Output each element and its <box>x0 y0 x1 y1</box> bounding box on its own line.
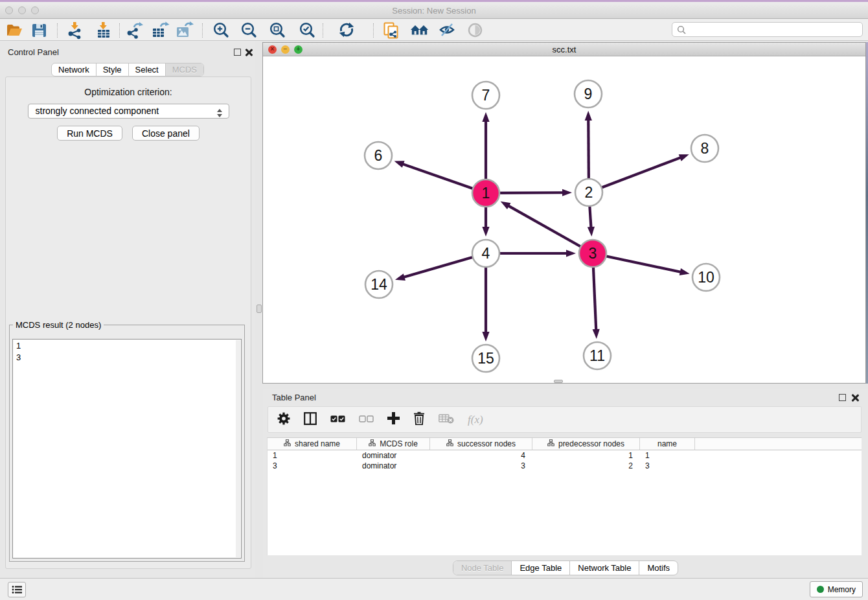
zoom-out-icon[interactable] <box>240 21 258 40</box>
export-network-icon[interactable] <box>125 21 143 40</box>
home-networks-icon[interactable] <box>409 21 428 40</box>
graph-node-15[interactable]: 15 <box>472 345 499 372</box>
svg-text:4: 4 <box>482 245 490 262</box>
tab-style[interactable]: Style <box>96 63 128 76</box>
graph-node-10[interactable]: 10 <box>692 264 720 291</box>
graph-node-6[interactable]: 6 <box>365 142 392 169</box>
column-header-shared-name[interactable]: shared name <box>268 438 357 450</box>
splitter-handle[interactable] <box>257 305 262 313</box>
run-mcds-button[interactable]: Run MCDS <box>57 126 122 141</box>
cell-predecessor-nodes[interactable]: 2 <box>532 461 640 471</box>
svg-text:1: 1 <box>482 185 490 202</box>
open-session-icon[interactable] <box>5 21 23 40</box>
zoom-selected-icon[interactable] <box>299 21 317 40</box>
cell-successor-nodes[interactable]: 4 <box>430 450 532 461</box>
cell-shared-name[interactable]: 1 <box>268 450 357 461</box>
cell-MCDS-role[interactable]: dominator <box>357 461 430 471</box>
window-titlebar: Session: New Session <box>0 2 868 19</box>
table-settings-icon[interactable] <box>277 412 290 428</box>
column-label: shared name <box>295 439 340 448</box>
table-row[interactable]: 1dominator411 <box>268 450 862 461</box>
tab-motifs[interactable]: Motifs <box>639 561 678 575</box>
edge-2-8[interactable] <box>589 154 689 192</box>
table-panel-float-icon[interactable] <box>839 394 846 401</box>
criterion-dropdown[interactable]: strongly connected component <box>28 104 229 119</box>
table-panel-close-icon[interactable] <box>851 394 859 402</box>
network-window-titlebar: × − + scc.txt <box>263 43 865 56</box>
network-window-title: scc.txt <box>263 45 865 54</box>
mcds-result-title: MCDS result (2 nodes) <box>13 320 104 330</box>
cell-predecessor-nodes[interactable]: 1 <box>532 450 640 461</box>
column-header-predecessor-nodes[interactable]: predecessor nodes <box>532 438 640 450</box>
tab-network[interactable]: Network <box>52 63 96 76</box>
refresh-icon[interactable] <box>338 21 356 40</box>
delete-table-icon[interactable] <box>439 413 454 426</box>
import-table-icon[interactable] <box>95 21 113 40</box>
graphics-details-icon[interactable] <box>466 21 485 40</box>
dropdown-chevrons-icon <box>217 108 222 121</box>
cell-successor-nodes[interactable]: 3 <box>430 461 532 471</box>
deselect-all-icon[interactable] <box>359 414 374 426</box>
edge-3-10[interactable] <box>593 253 690 275</box>
column-type-icon <box>547 439 554 448</box>
add-column-icon[interactable] <box>387 412 400 427</box>
graph-node-2[interactable]: 2 <box>575 179 602 206</box>
tab-node-table[interactable]: Node Table <box>453 561 512 575</box>
memory-label: Memory <box>828 585 856 594</box>
table-tabs: Node TableEdge TableNetwork TableMotifs <box>263 560 868 575</box>
zoom-fit-icon[interactable] <box>269 21 287 40</box>
search-input[interactable] <box>672 22 863 37</box>
cell-name[interactable]: 1 <box>640 450 695 461</box>
function-builder-icon[interactable]: f(x) <box>468 413 483 426</box>
edge-3-1[interactable] <box>501 202 593 253</box>
export-image-icon[interactable] <box>174 21 192 40</box>
table-header-row: shared nameMCDS rolesuccessor nodesprede… <box>268 438 862 450</box>
graph-node-11[interactable]: 11 <box>584 342 611 369</box>
delete-column-icon[interactable] <box>413 411 425 428</box>
memory-status-icon <box>817 586 824 593</box>
control-panel-close-icon[interactable] <box>245 49 253 56</box>
column-header-MCDS-role[interactable]: MCDS role <box>357 438 430 450</box>
edge-1-6[interactable] <box>394 161 486 193</box>
canvas-hscroll-handle[interactable] <box>554 380 563 383</box>
memory-button[interactable]: Memory <box>810 581 863 597</box>
table-panel: Table Panel f(x) shared nameMCDS rolesuc… <box>263 389 868 578</box>
select-all-icon[interactable] <box>330 414 345 426</box>
tab-mcds[interactable]: MCDS <box>165 63 203 76</box>
column-type-icon <box>284 439 291 448</box>
hide-details-icon[interactable] <box>438 21 456 40</box>
svg-text:7: 7 <box>482 87 490 104</box>
result-scrollbar[interactable] <box>236 340 240 557</box>
clone-network-icon[interactable] <box>382 21 400 40</box>
cell-shared-name[interactable]: 3 <box>268 461 357 471</box>
save-session-icon[interactable] <box>30 21 49 40</box>
close-panel-button[interactable]: Close panel <box>132 126 200 141</box>
network-canvas[interactable]: 7968124314101511 <box>263 56 865 383</box>
export-table-icon[interactable] <box>150 21 168 40</box>
table-panel-title: Table Panel <box>272 393 316 402</box>
tab-network-table[interactable]: Network Table <box>569 561 639 575</box>
graph-node-9[interactable]: 9 <box>575 80 602 108</box>
main-toolbar <box>0 19 868 41</box>
control-panel-float-icon[interactable] <box>234 49 241 56</box>
svg-text:8: 8 <box>701 140 709 157</box>
tab-select[interactable]: Select <box>128 63 165 76</box>
cell-MCDS-role[interactable]: dominator <box>357 450 430 461</box>
zoom-in-icon[interactable] <box>212 21 231 40</box>
tab-edge-table[interactable]: Edge Table <box>511 561 569 575</box>
graph-node-7[interactable]: 7 <box>472 82 499 109</box>
graph-node-1[interactable]: 1 <box>472 179 499 207</box>
graph-node-4[interactable]: 4 <box>472 240 499 267</box>
graph-node-8[interactable]: 8 <box>691 135 718 162</box>
task-history-button[interactable] <box>8 582 26 597</box>
cell-name[interactable]: 3 <box>640 461 695 471</box>
graph-node-14[interactable]: 14 <box>365 271 393 298</box>
table-columns-icon[interactable] <box>304 412 317 428</box>
column-header-name[interactable]: name <box>640 438 695 450</box>
table-row[interactable]: 3dominator323 <box>268 461 862 471</box>
graph-node-3[interactable]: 3 <box>579 240 606 267</box>
import-network-icon[interactable] <box>66 21 84 40</box>
column-header-successor-nodes[interactable]: successor nodes <box>430 438 532 450</box>
mcds-result-list[interactable]: 1 3 <box>12 339 242 559</box>
status-bar: Memory <box>0 578 868 600</box>
